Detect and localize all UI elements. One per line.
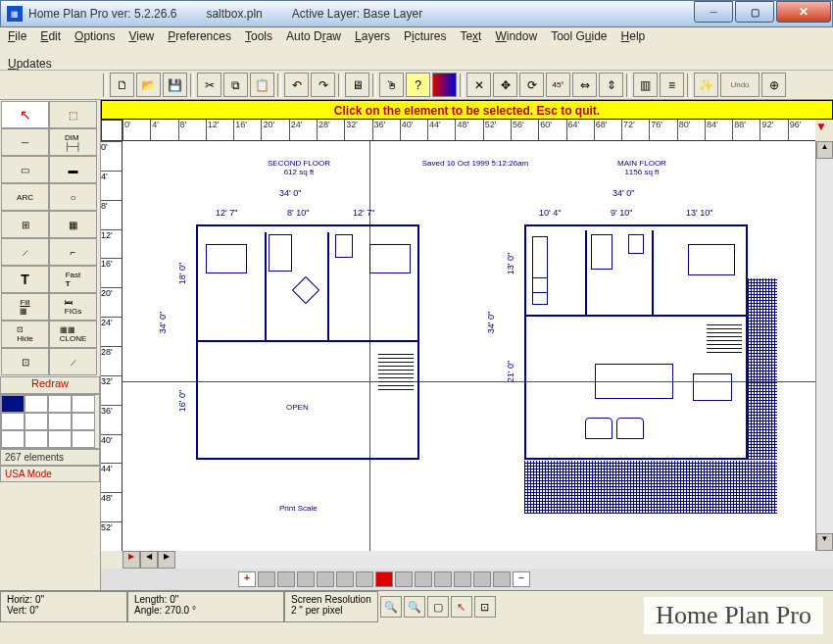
marquee-tool[interactable]: ⬚ — [49, 101, 97, 128]
menu-file[interactable]: File — [8, 29, 26, 43]
layer-tab[interactable] — [434, 571, 452, 587]
target-button[interactable]: ⊕ — [761, 73, 786, 97]
menu-layers[interactable]: Layers — [355, 29, 390, 43]
curve-tool[interactable]: ⟋ — [49, 348, 97, 375]
hide-tool[interactable]: ⊡Hide — [1, 321, 49, 348]
magic-button[interactable]: ✨ — [694, 73, 718, 97]
layer-tab[interactable] — [277, 571, 295, 587]
text-tool[interactable]: T — [1, 266, 49, 293]
redraw-button[interactable]: Redraw — [0, 376, 100, 394]
swatch[interactable] — [72, 430, 95, 448]
rotate-button[interactable]: ⟳ — [519, 73, 544, 97]
layer-tab[interactable] — [317, 571, 334, 587]
scroll-right-button[interactable]: ▶ — [158, 551, 175, 569]
layer-tab[interactable] — [395, 571, 413, 587]
angle-tool[interactable]: ⌐ — [49, 238, 97, 266]
ruler-arrow-right[interactable]: ▼ — [815, 120, 833, 141]
layer-tab[interactable] — [415, 571, 432, 587]
menu-updates[interactable]: Updates — [8, 57, 825, 71]
swatch[interactable] — [24, 413, 48, 430]
zoom-fit-button[interactable]: ▢ — [427, 596, 449, 618]
menu-help[interactable]: Help — [621, 29, 646, 43]
menu-window[interactable]: Window — [495, 29, 537, 43]
swatch[interactable] — [24, 430, 48, 448]
remove-tab-button[interactable]: – — [513, 571, 530, 587]
mirror-h-button[interactable]: ⇔ — [572, 73, 597, 97]
help-button[interactable]: ? — [406, 73, 430, 97]
columns-button[interactable]: ▥ — [633, 73, 658, 97]
mirror-v-button[interactable]: ⇕ — [599, 73, 623, 97]
delete-button[interactable]: ✕ — [466, 73, 491, 97]
door-tool[interactable]: ▦ — [49, 211, 97, 238]
menu-preferences[interactable]: Preferences — [168, 29, 231, 43]
scroll-down-button[interactable]: ▼ — [816, 533, 833, 551]
move-button[interactable]: ✥ — [493, 73, 517, 97]
layer-tab-active[interactable] — [375, 571, 393, 587]
swatch[interactable] — [1, 430, 24, 448]
menu-text[interactable]: Text — [460, 29, 481, 43]
scroll-up-button[interactable]: ▲ — [816, 141, 833, 159]
zoom-extents-button[interactable]: ⊡ — [474, 596, 496, 618]
layer-tab[interactable] — [493, 571, 511, 587]
clone-tool[interactable]: ▦▦CLONE — [49, 321, 97, 348]
plotter-button[interactable]: 🖥 — [345, 73, 369, 97]
paste-button[interactable]: 📋 — [250, 73, 274, 97]
menu-toolguide[interactable]: Tool Guide — [551, 29, 607, 43]
open-button[interactable]: 📂 — [136, 73, 161, 97]
menu-tools[interactable]: Tools — [245, 29, 272, 43]
status-resolution[interactable]: Screen Resolution 2 " per pixel — [284, 591, 378, 622]
figs-tool[interactable]: 🛏FIGs — [49, 293, 97, 321]
save-button[interactable]: 💾 — [163, 73, 187, 97]
layer-tab[interactable] — [356, 571, 373, 587]
swatch[interactable] — [24, 395, 48, 413]
scroll-origin[interactable]: ▶ — [122, 551, 140, 569]
arc-tool[interactable]: ARC — [1, 183, 49, 211]
cut-button[interactable]: ✂ — [197, 73, 221, 97]
swatch-current[interactable] — [1, 395, 24, 413]
layer-tab[interactable] — [258, 571, 275, 587]
layer-tab[interactable] — [473, 571, 491, 587]
minimize-button[interactable]: ─ — [694, 1, 733, 23]
swatch[interactable] — [48, 430, 72, 448]
window-tool[interactable]: ⊞ — [1, 211, 49, 238]
layer-tab[interactable] — [454, 571, 471, 587]
zoom-in-button[interactable]: 🔍 — [380, 596, 402, 618]
drawing-canvas[interactable]: SECOND FLOOR612 sq ft Saved 16 Oct 1999 … — [122, 141, 815, 551]
maximize-button[interactable]: ▢ — [735, 1, 774, 23]
layer-tab[interactable] — [297, 571, 315, 587]
menu-view[interactable]: View — [128, 29, 154, 43]
menu-autodraw[interactable]: Auto Draw — [286, 29, 341, 43]
menu-pictures[interactable]: Pictures — [404, 29, 446, 43]
exit-button[interactable] — [432, 73, 457, 97]
swatch[interactable] — [48, 395, 72, 413]
new-button[interactable]: 🗋 — [110, 73, 134, 97]
swatch[interactable] — [48, 413, 72, 430]
grid-tool[interactable]: ⊡ — [1, 348, 49, 375]
wall-tool[interactable]: ▬ — [49, 156, 97, 183]
polyline-tool[interactable]: ⟋ — [1, 238, 49, 266]
vertical-scrollbar[interactable]: ▲ ▼ — [815, 141, 833, 551]
zoom-out-button[interactable]: 🔍 — [404, 596, 425, 618]
layer-tab[interactable] — [336, 571, 354, 587]
horizontal-scrollbar[interactable]: ▶ ◀ ▶ — [122, 551, 833, 569]
undo-label-button[interactable]: Undo — [720, 73, 760, 97]
select-tool[interactable]: ↖ — [1, 101, 49, 128]
angle-button[interactable]: 45° — [546, 73, 570, 97]
align-button[interactable]: ≡ — [660, 73, 684, 97]
swatch[interactable] — [1, 413, 24, 430]
swatch[interactable] — [72, 395, 95, 413]
dim-tool[interactable]: DIM├─┤ — [49, 128, 97, 156]
copy-button[interactable]: ⧉ — [223, 73, 248, 97]
add-tab-button[interactable]: + — [238, 571, 256, 587]
menu-edit[interactable]: Edit — [40, 29, 61, 43]
zoom-window-button[interactable]: ↖ — [451, 596, 472, 618]
close-button[interactable]: ✕ — [776, 1, 831, 23]
swatch[interactable] — [72, 413, 95, 430]
fill-tool[interactable]: Fill▦ — [1, 293, 49, 321]
scroll-left-button[interactable]: ◀ — [140, 551, 158, 569]
print-button[interactable]: 🖱 — [379, 73, 404, 97]
redo-button[interactable]: ↷ — [311, 73, 335, 97]
menu-options[interactable]: Options — [74, 29, 115, 43]
undo-button[interactable]: ↶ — [284, 73, 309, 97]
line-tool[interactable]: ─ — [1, 128, 49, 156]
